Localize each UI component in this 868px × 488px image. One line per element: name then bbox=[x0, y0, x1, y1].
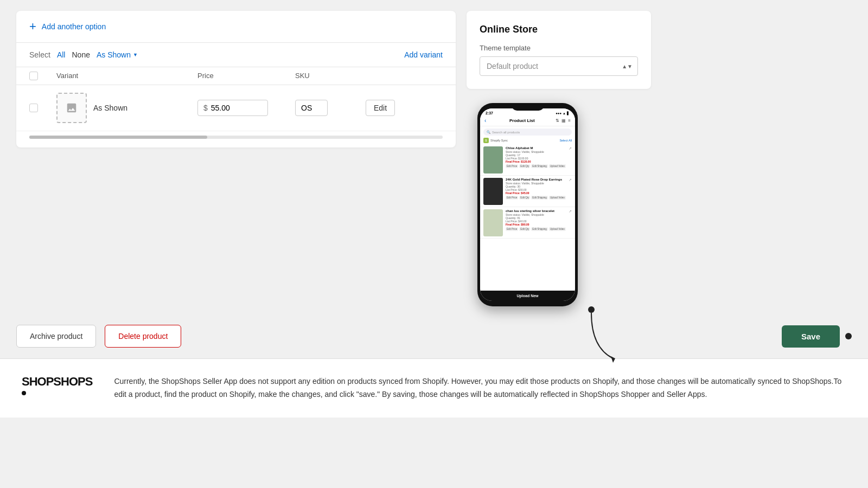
shopify-badge: S bbox=[483, 138, 489, 143]
list-item: 24K Gold Plated Rose Drop Earrings Store… bbox=[480, 176, 575, 207]
col-action-header bbox=[366, 72, 414, 80]
phone-grid-icon[interactable]: ▦ bbox=[561, 118, 566, 123]
product-image-2 bbox=[483, 178, 503, 205]
phone-back-icon[interactable]: ‹ bbox=[484, 118, 486, 124]
phone-nav-bar: ‹ Product List ⇅ ▦ ≡ bbox=[480, 116, 575, 126]
left-panel: + Add another option Select All None As … bbox=[16, 11, 456, 147]
external-link-icon-1[interactable]: ↗ bbox=[569, 146, 572, 174]
product-finalprice-2: Final Price: $45.00 bbox=[506, 191, 566, 195]
list-item: chan luu sterling silver bracelet Store … bbox=[480, 207, 575, 239]
list-item: Chloe Alphabet M Store status: Visible, … bbox=[480, 144, 575, 176]
row-checkbox[interactable] bbox=[29, 104, 38, 112]
action-cell: Edit bbox=[366, 100, 414, 116]
delete-button[interactable]: Delete product bbox=[105, 325, 181, 348]
product-actions-2: Edit Price Edit Qty Edit Shipping Upload… bbox=[506, 196, 566, 200]
phone-menu-icon[interactable]: ≡ bbox=[568, 118, 571, 123]
edit-qty-btn-1[interactable]: Edit Qty bbox=[519, 164, 530, 168]
signal-icon: ●●● bbox=[556, 112, 561, 115]
variant-name: As Shown bbox=[93, 104, 127, 112]
external-link-icon-3[interactable]: ↗ bbox=[569, 209, 572, 236]
sku-input[interactable] bbox=[295, 100, 328, 116]
edit-button[interactable]: Edit bbox=[366, 100, 395, 116]
edit-shipping-btn-2[interactable]: Edit Shipping bbox=[531, 196, 548, 200]
image-add-icon bbox=[66, 102, 78, 114]
all-link[interactable]: All bbox=[57, 50, 66, 59]
upload-video-btn-2[interactable]: Upload Video bbox=[549, 196, 566, 200]
external-link-icon-2[interactable]: ↗ bbox=[569, 178, 572, 205]
online-store-title: Online Store bbox=[480, 24, 638, 35]
edit-shipping-btn-3[interactable]: Edit Shipping bbox=[531, 227, 548, 231]
arrow-svg bbox=[586, 304, 618, 369]
sku-cell bbox=[295, 100, 366, 116]
footer: SHOPSHOPS Currently, the ShopShops Selle… bbox=[0, 359, 868, 418]
price-input-wrapper[interactable]: $ bbox=[197, 100, 268, 116]
add-option-link[interactable]: Add another option bbox=[42, 22, 106, 31]
save-button[interactable]: Save bbox=[782, 325, 840, 348]
price-input[interactable] bbox=[211, 104, 249, 112]
shopshops-logo: SHOPSHOPS bbox=[22, 375, 92, 395]
phone-screen: 2:37 ●●● ▲ ▋ ‹ Product List ⇅ bbox=[480, 108, 575, 301]
edit-price-btn-3[interactable]: Edit Price bbox=[506, 227, 518, 231]
product-actions-3: Edit Price Edit Qty Edit Shipping Upload… bbox=[506, 227, 566, 231]
theme-select[interactable]: Default product bbox=[480, 56, 638, 76]
edit-qty-btn-2[interactable]: Edit Qty bbox=[519, 196, 530, 200]
variant-image-placeholder[interactable] bbox=[56, 93, 87, 123]
battery-icon: ▋ bbox=[567, 111, 570, 115]
arrow-annotation bbox=[586, 304, 618, 371]
edit-price-btn-1[interactable]: Edit Price bbox=[506, 164, 518, 168]
select-label: Select bbox=[29, 50, 50, 59]
as-shown-dropdown[interactable]: As Shown ▼ bbox=[97, 50, 138, 59]
archive-button[interactable]: Archive product bbox=[16, 325, 96, 348]
svg-marker-1 bbox=[611, 356, 615, 363]
product-image-1 bbox=[483, 146, 503, 174]
table-header: Variant Price SKU bbox=[16, 67, 456, 85]
phone-nav-title: Product List bbox=[488, 118, 556, 123]
theme-template-label: Theme template bbox=[480, 44, 638, 52]
phone-time: 2:37 bbox=[486, 111, 493, 115]
header-checkbox[interactable] bbox=[29, 72, 38, 80]
product-finalprice-3: Final Price: $90.00 bbox=[506, 223, 566, 226]
shopify-sync-row: S Shopify Sync Select All bbox=[480, 137, 575, 144]
add-variant-link[interactable]: Add variant bbox=[404, 50, 443, 59]
plus-icon: + bbox=[29, 21, 36, 33]
right-panel: Online Store Theme template Default prod… bbox=[467, 11, 651, 306]
phone-search-bar[interactable]: 🔍 Search all products bbox=[483, 129, 572, 136]
product-image-3 bbox=[483, 209, 503, 236]
variant-name-cell: As Shown bbox=[56, 93, 197, 123]
scrollbar-track[interactable] bbox=[29, 136, 443, 139]
add-option-row: + Add another option bbox=[16, 11, 456, 43]
phone-product-list: S Shopify Sync Select All Chloe bbox=[480, 137, 575, 239]
none-link[interactable]: None bbox=[72, 50, 90, 59]
product-name-2: 24K Gold Plated Rose Drop Earrings bbox=[506, 178, 566, 181]
search-placeholder: Search all products bbox=[492, 131, 520, 134]
scrollbar-container bbox=[16, 131, 456, 147]
svg-point-0 bbox=[588, 306, 595, 313]
product-name-3: chan luu sterling silver bracelet bbox=[506, 209, 566, 213]
phone-mockup-container: 2:37 ●●● ▲ ▋ ‹ Product List ⇅ bbox=[467, 103, 651, 306]
select-all-label[interactable]: Select All bbox=[559, 139, 572, 142]
upload-video-btn-1[interactable]: Upload Video bbox=[549, 164, 566, 168]
shopify-sync-label: Shopify Sync bbox=[490, 139, 508, 142]
left-actions: Archive product Delete product bbox=[16, 325, 181, 348]
col-price-header: Price bbox=[197, 72, 295, 80]
upload-new-btn[interactable]: Upload New bbox=[480, 291, 575, 301]
wifi-icon: ▲ bbox=[563, 112, 566, 115]
table-row: As Shown $ Edit bbox=[16, 85, 456, 131]
upload-video-btn-3[interactable]: Upload Video bbox=[549, 227, 566, 231]
phone-sort-icon[interactable]: ⇅ bbox=[556, 118, 559, 123]
row-checkbox-cell bbox=[29, 104, 56, 112]
logo-dot bbox=[22, 391, 26, 395]
edit-price-btn-2[interactable]: Edit Price bbox=[506, 196, 518, 200]
product-name-1: Chloe Alphabet M bbox=[506, 146, 566, 150]
phone-frame: 2:37 ●●● ▲ ▋ ‹ Product List ⇅ bbox=[477, 103, 578, 306]
search-icon: 🔍 bbox=[487, 130, 490, 134]
footer-description: Currently, the ShopShops Seller App does… bbox=[114, 375, 846, 401]
header-checkbox-cell bbox=[29, 72, 56, 80]
price-cell: $ bbox=[197, 100, 295, 116]
right-actions: Save bbox=[782, 325, 852, 348]
logo-text: SHOPSHOPS bbox=[22, 375, 92, 388]
variants-filter-row: Select All None As Shown ▼ Add variant bbox=[16, 43, 456, 67]
edit-qty-btn-3[interactable]: Edit Qty bbox=[519, 227, 530, 231]
edit-shipping-btn-1[interactable]: Edit Shipping bbox=[531, 164, 548, 168]
chevron-down-icon: ▼ bbox=[133, 52, 138, 57]
